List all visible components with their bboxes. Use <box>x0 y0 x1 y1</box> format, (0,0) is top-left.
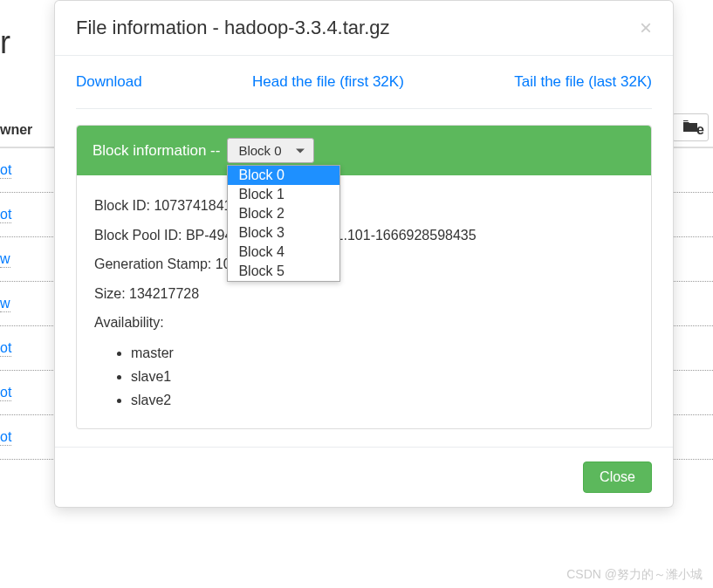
bg-row-cell[interactable]: ot <box>0 162 11 179</box>
bg-row-cell[interactable]: ot <box>0 340 11 357</box>
block-info-label: Block information -- <box>93 142 220 160</box>
block-details: Block ID: 1073741841 Block Pool ID: BP-4… <box>77 175 651 428</box>
block-select-wrap: Block 0 Block 0 Block 1 Block 2 Block 3 … <box>227 138 314 163</box>
block-option-4[interactable]: Block 4 <box>228 243 339 262</box>
block-option-1[interactable]: Block 1 <box>228 185 339 204</box>
bg-row-cell[interactable]: w <box>0 251 10 268</box>
block-dropdown: Block 0 Block 1 Block 2 Block 3 Block 4 … <box>227 165 340 282</box>
block-id-value: 1073741841 <box>154 198 231 213</box>
bg-col-right: e <box>696 122 704 138</box>
block-pool-id-row: Block Pool ID: BP-494XXXXXXXXX58.1.101-1… <box>94 221 634 250</box>
availability-item: slave1 <box>131 365 634 388</box>
modal-body: Download Head the file (first 32K) Tail … <box>55 56 673 447</box>
gen-stamp-label: Generation Stamp: <box>94 256 216 271</box>
block-info-header: Block information -- Block 0 Block 0 Blo… <box>77 126 651 175</box>
block-info-panel: Block information -- Block 0 Block 0 Blo… <box>76 125 652 429</box>
close-icon[interactable]: × <box>640 17 652 38</box>
head-file-link[interactable]: Head the file (first 32K) <box>252 73 404 91</box>
block-id-label: Block ID: <box>94 198 154 213</box>
block-id-row: Block ID: 1073741841 <box>94 191 634 221</box>
file-info-modal: File information - hadoop-3.3.4.tar.gz ×… <box>54 0 674 508</box>
block-option-2[interactable]: Block 2 <box>228 204 339 223</box>
pool-id-label: Block Pool ID: <box>94 228 186 243</box>
availability-item: slave2 <box>131 388 634 412</box>
size-label: Size: <box>94 286 129 301</box>
block-select[interactable]: Block 0 <box>227 138 314 163</box>
block-option-0[interactable]: Block 0 <box>228 166 339 185</box>
block-option-3[interactable]: Block 3 <box>228 223 339 243</box>
pool-id-left: BP-494 <box>186 228 232 243</box>
modal-title: File information - hadoop-3.3.4.tar.gz <box>76 17 390 39</box>
bg-col-owner: wner <box>0 122 52 138</box>
modal-header: File information - hadoop-3.3.4.tar.gz × <box>55 1 673 56</box>
watermark: CSDN @努力的～潍小城 <box>566 567 703 583</box>
availability-list: master slave1 slave2 <box>131 341 634 413</box>
bg-row-cell[interactable]: ot <box>0 207 11 223</box>
bg-row-cell[interactable]: ot <box>0 385 11 401</box>
tail-file-link[interactable]: Tail the file (last 32K) <box>514 73 652 91</box>
bg-row-cell[interactable]: ot <box>0 429 11 446</box>
block-option-5[interactable]: Block 5 <box>228 262 339 281</box>
bg-title-fragment: tor <box>0 24 10 61</box>
size-row: Size: 134217728 <box>94 279 634 309</box>
bg-row-cell[interactable]: w <box>0 296 10 312</box>
availability-label: Availability: <box>94 308 634 338</box>
availability-item: master <box>131 341 634 365</box>
size-value: 134217728 <box>129 286 199 301</box>
modal-footer: Close <box>55 447 673 507</box>
file-action-links: Download Head the file (first 32K) Tail … <box>76 73 652 109</box>
download-link[interactable]: Download <box>76 73 142 91</box>
close-button[interactable]: Close <box>583 462 652 493</box>
gen-stamp-row: Generation Stamp: 10 <box>94 250 634 279</box>
